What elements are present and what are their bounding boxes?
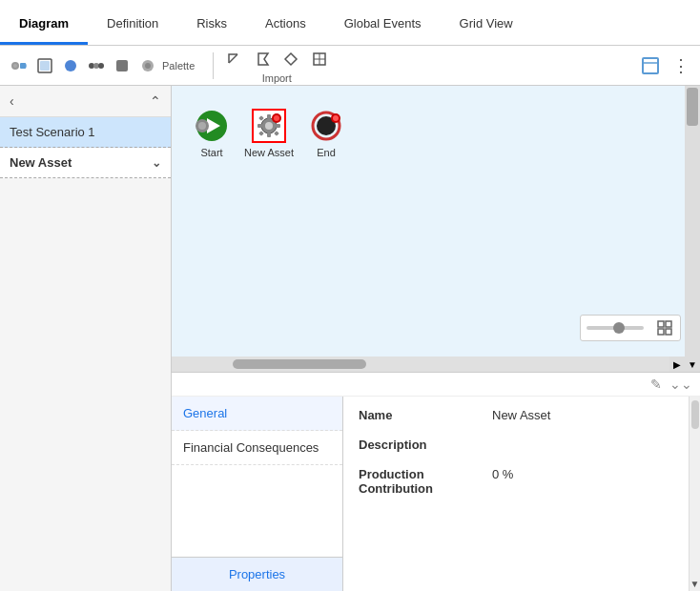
property-production-row: Production Contribution 0 % bbox=[359, 467, 673, 496]
import-corner-icon[interactable] bbox=[222, 48, 245, 71]
end-node[interactable]: End bbox=[309, 109, 343, 158]
svg-rect-42 bbox=[658, 329, 664, 335]
bottom-panel-content: General Financial Consequences Propertie… bbox=[172, 397, 700, 591]
svg-rect-32 bbox=[258, 131, 264, 136]
svg-rect-43 bbox=[666, 329, 671, 335]
svg-point-25 bbox=[265, 122, 273, 130]
bottom-nav-properties[interactable]: Properties bbox=[172, 557, 342, 591]
svg-marker-14 bbox=[285, 53, 297, 65]
sidebar-item-scenario[interactable]: Test Scenario 1 bbox=[0, 117, 171, 148]
left-sidebar: ‹ ⌃ Test Scenario 1 New Asset ⌄ bbox=[0, 86, 172, 591]
sidebar-asset-label: New Asset bbox=[10, 155, 72, 170]
canvas-horizontal-thumb bbox=[233, 359, 366, 369]
start-node-label: Start bbox=[200, 147, 222, 158]
diagram-canvas[interactable]: Start bbox=[172, 86, 700, 372]
top-navigation: Diagram Definition Risks Actions Global … bbox=[0, 0, 700, 46]
tab-global-events[interactable]: Global Events bbox=[325, 5, 441, 45]
view-toggle-button[interactable] bbox=[639, 54, 662, 77]
new-asset-node-icon bbox=[252, 109, 286, 143]
svg-rect-10 bbox=[116, 60, 128, 71]
svg-rect-30 bbox=[258, 115, 264, 121]
bottom-right-properties: Name New Asset Description Production Co… bbox=[343, 397, 689, 591]
property-name-label: Name bbox=[359, 408, 492, 422]
svg-rect-29 bbox=[276, 124, 280, 128]
bottom-panel-header: ✎ ⌄⌄ bbox=[172, 373, 700, 397]
palette-tools: Palette bbox=[8, 48, 639, 84]
shape-tool-3[interactable] bbox=[111, 54, 134, 77]
svg-point-9 bbox=[98, 63, 104, 69]
bottom-nav-general[interactable]: General bbox=[172, 397, 342, 431]
canvas-scroll-down[interactable]: ▼ bbox=[685, 357, 700, 372]
nav-up-arrow[interactable]: ⌃ bbox=[150, 93, 161, 109]
zoom-thumb[interactable] bbox=[613, 322, 625, 334]
import-grid-icon[interactable] bbox=[308, 48, 331, 71]
start-node[interactable]: Start bbox=[195, 109, 229, 158]
svg-rect-28 bbox=[257, 124, 262, 128]
zoom-expand-button[interactable] bbox=[655, 318, 674, 337]
svg-point-3 bbox=[21, 63, 27, 69]
pointer-tool[interactable] bbox=[33, 54, 56, 77]
asset-chevron-down-icon: ⌄ bbox=[152, 156, 161, 170]
canvas-horizontal-scrollbar[interactable] bbox=[172, 357, 685, 372]
bottom-scroll-thumb bbox=[691, 400, 699, 429]
canvas-vertical-thumb bbox=[687, 88, 698, 126]
bottom-scroll-down-arrow[interactable]: ▼ bbox=[690, 579, 700, 591]
import-diamond-icon[interactable] bbox=[279, 48, 302, 71]
svg-rect-40 bbox=[658, 321, 664, 327]
property-description-label: Description bbox=[359, 438, 492, 452]
sidebar-navigation: ‹ ⌃ bbox=[0, 86, 171, 117]
import-flag-icon[interactable] bbox=[251, 48, 274, 71]
property-production-value: 0 % bbox=[492, 467, 513, 481]
property-name-value: New Asset bbox=[492, 408, 550, 422]
property-name-row: Name New Asset bbox=[359, 408, 673, 422]
canvas-vertical-scrollbar[interactable] bbox=[685, 86, 700, 372]
diagram-nodes: Start bbox=[172, 86, 700, 158]
svg-marker-13 bbox=[258, 53, 268, 65]
tab-diagram[interactable]: Diagram bbox=[0, 5, 88, 45]
main-content: ‹ ⌃ Test Scenario 1 New Asset ⌄ bbox=[0, 86, 700, 591]
edit-icon[interactable]: ✎ bbox=[650, 377, 662, 392]
svg-rect-41 bbox=[666, 321, 671, 327]
more-options-button[interactable]: ⋮ bbox=[669, 54, 692, 77]
palette-label: Palette bbox=[162, 60, 195, 71]
end-node-icon bbox=[309, 109, 343, 143]
property-description-row: Description bbox=[359, 438, 673, 452]
svg-point-1 bbox=[13, 64, 17, 68]
svg-rect-26 bbox=[267, 114, 271, 119]
tab-definition[interactable]: Definition bbox=[88, 5, 177, 45]
select-tool[interactable] bbox=[8, 54, 31, 77]
svg-rect-18 bbox=[643, 58, 658, 73]
diagram-toolbar: Palette bbox=[0, 46, 700, 86]
shape-tool-1[interactable] bbox=[59, 54, 82, 77]
sidebar-item-asset[interactable]: New Asset ⌄ bbox=[0, 148, 171, 178]
svg-point-6 bbox=[65, 60, 76, 71]
import-label: Import bbox=[262, 72, 292, 84]
tab-risks[interactable]: Risks bbox=[177, 5, 246, 45]
svg-point-39 bbox=[333, 115, 339, 121]
svg-rect-33 bbox=[274, 131, 279, 136]
zoom-control bbox=[580, 315, 681, 341]
collapse-icon[interactable]: ⌄⌄ bbox=[669, 377, 692, 392]
end-node-label: End bbox=[317, 147, 336, 158]
start-node-icon bbox=[195, 109, 229, 143]
new-asset-node[interactable]: New Asset bbox=[244, 109, 294, 158]
toolbar-separator bbox=[213, 52, 214, 79]
tab-grid-view[interactable]: Grid View bbox=[441, 5, 532, 45]
nav-back-arrow[interactable]: ‹ bbox=[10, 93, 14, 109]
new-asset-node-label: New Asset bbox=[244, 147, 294, 158]
svg-point-12 bbox=[145, 63, 151, 69]
zoom-slider[interactable] bbox=[587, 326, 644, 330]
svg-point-23 bbox=[198, 122, 206, 130]
svg-rect-5 bbox=[40, 61, 50, 71]
svg-point-35 bbox=[274, 115, 279, 121]
canvas-scroll-right[interactable]: ▶ bbox=[669, 357, 685, 372]
shape-tool-4[interactable] bbox=[136, 54, 159, 77]
toolbar-right-buttons: ⋮ bbox=[639, 54, 692, 77]
bottom-left-nav: General Financial Consequences Propertie… bbox=[172, 397, 343, 591]
bottom-vertical-scrollbar[interactable]: ▼ bbox=[689, 397, 700, 591]
bottom-nav-financial[interactable]: Financial Consequences bbox=[172, 431, 342, 465]
svg-rect-27 bbox=[267, 132, 271, 137]
tab-actions[interactable]: Actions bbox=[246, 5, 325, 45]
shape-tool-2[interactable] bbox=[85, 54, 108, 77]
diagram-area: Start bbox=[172, 86, 700, 591]
